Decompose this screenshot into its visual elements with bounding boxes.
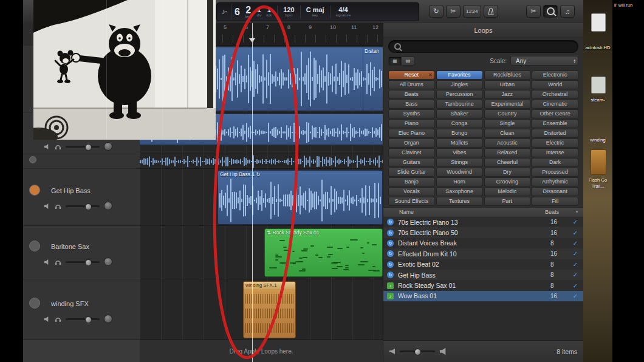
name-column-header[interactable]: Name xyxy=(399,209,414,215)
loop-row[interactable]: ↻70s Electric Piano 5016✓ xyxy=(383,227,583,237)
editor-button[interactable]: ✂ xyxy=(526,5,541,18)
track-name[interactable]: Baritone Sax xyxy=(51,243,89,250)
mute-icon[interactable] xyxy=(44,203,50,210)
loop-filter-button[interactable]: Cinematic xyxy=(532,100,578,109)
pan-knob[interactable] xyxy=(104,258,112,266)
loop-filter-button[interactable]: Conga xyxy=(436,119,483,128)
checkmark-icon[interactable]: ✓ xyxy=(567,230,583,236)
loop-browser-button[interactable] xyxy=(543,5,558,18)
loop-filter-button[interactable]: Electric xyxy=(532,138,578,148)
loop-filter-button[interactable]: Synths xyxy=(388,109,435,118)
loop-filter-button[interactable]: Cheerful xyxy=(484,158,531,167)
desktop-label[interactable]: acintosh HD xyxy=(583,45,612,50)
loop-filter-button[interactable]: Relaxed xyxy=(484,148,531,157)
checkmark-icon[interactable]: ✓ xyxy=(567,272,583,278)
time-signature-value[interactable]: 4/4 xyxy=(338,7,348,13)
region-winding-sfx[interactable]: winding SFX.1 xyxy=(243,281,296,338)
checkmark-icon[interactable]: ✓ xyxy=(567,240,583,247)
loop-filter-button[interactable]: Woodwind xyxy=(436,168,483,177)
loop-filter-button[interactable]: Part xyxy=(484,197,531,206)
audio-loop-icon[interactable]: ↻ xyxy=(387,230,394,236)
metronome-button[interactable] xyxy=(484,5,498,18)
loop-filter-button[interactable]: All Drums xyxy=(388,80,435,89)
loop-filter-button[interactable]: Grooving xyxy=(484,177,531,186)
flash-poster-icon[interactable] xyxy=(591,149,606,175)
region-get-hip-bass[interactable]: Get Hip Bass.1 ↻ xyxy=(218,170,383,225)
lcd-display[interactable]: ♪▾ 6 2beat 1div 1tick 120bpm C majkey 4/… xyxy=(216,2,419,21)
solo-icon[interactable] xyxy=(55,143,61,150)
loop-filter-button[interactable]: Other Genre xyxy=(532,109,578,118)
loop-filter-button[interactable]: Jazz xyxy=(484,90,531,99)
macintosh-hd-icon[interactable] xyxy=(591,13,606,32)
loop-filter-button[interactable]: Bongo xyxy=(436,129,483,138)
loop-filter-button[interactable]: Saxophone xyxy=(436,187,483,196)
loop-filter-button[interactable]: Fill xyxy=(532,197,578,206)
loop-filter-button[interactable]: Guitars xyxy=(388,158,435,167)
loop-filter-button[interactable]: Piano xyxy=(388,119,435,128)
loop-filter-button[interactable]: Sound Effects xyxy=(388,197,435,206)
loop-filter-button[interactable]: Orchestral xyxy=(532,90,578,99)
loop-filter-button[interactable]: Arrhythmic xyxy=(532,177,578,186)
track-header-get-hip-bass[interactable] xyxy=(23,169,140,226)
beats-column-header[interactable]: Beats xyxy=(545,209,559,215)
midi-loop-icon[interactable]: ♪ xyxy=(387,282,394,289)
audio-loop-icon[interactable]: ↻ xyxy=(387,219,394,225)
loop-filter-button[interactable]: Urban xyxy=(484,80,531,89)
desktop-label[interactable]: winding xyxy=(583,137,612,143)
tempo-value[interactable]: 120 xyxy=(283,7,294,13)
mute-icon[interactable] xyxy=(44,259,50,265)
midi-loop-icon[interactable]: ♪ xyxy=(387,293,394,299)
drop-zone[interactable]: Drag Apple Loops here. xyxy=(140,340,383,362)
loop-filter-button[interactable]: Experimental xyxy=(484,100,531,109)
thin-waveform[interactable] xyxy=(140,155,383,168)
track-name[interactable]: winding SFX xyxy=(51,300,89,307)
loop-filter-button[interactable]: Mallets xyxy=(436,138,483,148)
media-browser-button[interactable]: ♫ xyxy=(560,5,575,18)
loop-filter-button[interactable]: Clean xyxy=(484,129,531,138)
audio-loop-icon[interactable]: ↻ xyxy=(387,240,394,247)
pan-knob[interactable] xyxy=(104,315,112,323)
loop-row[interactable]: ↻Distant Voices Break8✓ xyxy=(383,238,583,248)
loop-row[interactable]: ♪Rock Steady Sax 018✓ xyxy=(383,280,583,290)
loop-filter-button[interactable]: Dark xyxy=(532,158,578,167)
loop-filter-button[interactable]: Tambourine xyxy=(436,100,483,109)
loop-filter-button[interactable]: Dry xyxy=(484,168,531,177)
volume-slider[interactable] xyxy=(66,205,100,207)
loop-filter-button[interactable]: Distorted xyxy=(532,129,578,138)
mute-icon[interactable] xyxy=(44,316,50,323)
track-header-baritone-sax[interactable] xyxy=(23,226,140,279)
volume-slider[interactable] xyxy=(66,318,100,320)
loop-filter-button[interactable]: Melodic xyxy=(484,187,531,196)
tuner-button[interactable]: ✂ xyxy=(446,5,461,18)
audio-loop-icon[interactable]: ↻ xyxy=(387,261,394,268)
loop-filter-button[interactable]: Vocals xyxy=(388,187,435,196)
loop-row[interactable]: ↻Get Hip Bass8✓ xyxy=(383,270,583,280)
loop-filter-button[interactable]: Beats xyxy=(388,90,435,99)
preview-volume-slider[interactable] xyxy=(400,350,435,352)
loop-filter-button[interactable]: Ensemble xyxy=(532,119,578,128)
view-button-button[interactable]: ▤ xyxy=(402,56,415,66)
loop-filter-button[interactable]: Textures xyxy=(436,197,483,206)
solo-icon[interactable] xyxy=(55,316,61,323)
loop-filter-button[interactable]: Slide Guitar xyxy=(388,168,435,177)
loop-filter-button[interactable]: Organ xyxy=(388,138,435,148)
loop-search-input[interactable] xyxy=(388,40,578,53)
desktop-label[interactable]: steam- xyxy=(583,97,612,103)
loop-filter-button[interactable]: World xyxy=(532,80,578,89)
loop-filter-button[interactable]: Intense xyxy=(532,148,578,157)
loop-filter-button[interactable]: Vibes xyxy=(436,148,483,157)
loop-row[interactable]: ↻Effected Drum Kit 1016✓ xyxy=(383,248,583,259)
loop-filter-button[interactable]: Elec Piano xyxy=(388,129,435,138)
loop-filter-button[interactable]: Single xyxy=(484,119,531,128)
loop-filter-button[interactable]: Jingles xyxy=(436,80,483,89)
cycle-button[interactable]: ↻ xyxy=(429,5,444,18)
audio-loop-icon[interactable]: ↻ xyxy=(387,250,394,257)
loop-filter-button[interactable]: Favorites xyxy=(436,70,483,80)
steam-icon[interactable] xyxy=(591,77,606,94)
loop-filter-button[interactable]: Percussion xyxy=(436,90,483,99)
checkmark-icon[interactable]: ✓ xyxy=(567,293,583,299)
lcd-note-icon[interactable]: ♪▾ xyxy=(217,4,232,20)
view-button-column[interactable]: ▦ xyxy=(388,56,402,66)
loop-filter-button[interactable]: Clavinet xyxy=(388,148,435,157)
loop-filter-button[interactable]: Acoustic xyxy=(484,138,531,148)
